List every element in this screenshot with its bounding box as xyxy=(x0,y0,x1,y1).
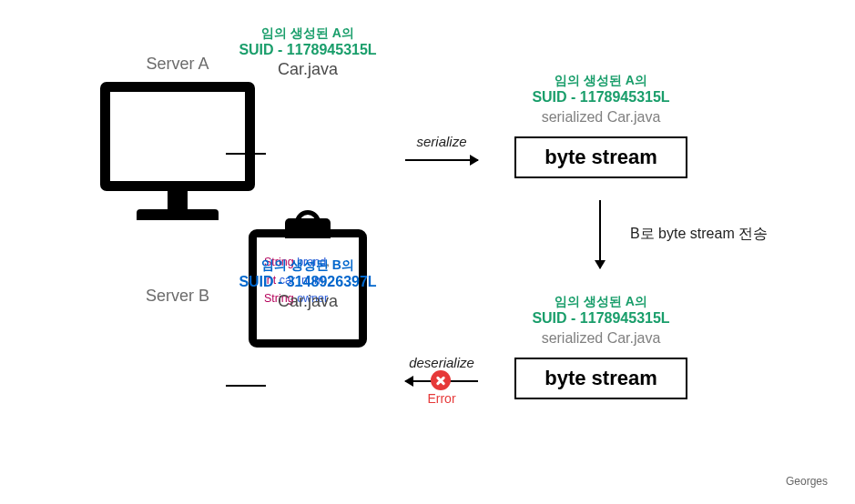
server-a-monitor xyxy=(100,82,255,220)
author-label: Georges xyxy=(786,475,828,488)
suid-stream-top: 임의 생성된 A의 SUID - 1178945315L xyxy=(514,73,687,106)
deserialize-label: deserialize xyxy=(401,355,483,370)
suid-b-line2: SUID - 3148926397L xyxy=(229,274,386,290)
error-icon xyxy=(431,370,451,390)
suid-a-block: 임의 생성된 A의 SUID - 1178945315L xyxy=(235,25,381,58)
arrow-serialize xyxy=(405,159,478,161)
clipboard-clip-icon xyxy=(285,218,331,238)
suid-a-line2: SUID - 1178945315L xyxy=(235,42,381,58)
suid-b-block: 임의 생성된 B의 SUID - 3148926397L xyxy=(229,257,386,290)
byte-stream-box-bottom: byte stream xyxy=(514,358,687,399)
car-java-label-a: Car.java xyxy=(235,60,381,79)
serialized-label-bottom: serialized Car.java xyxy=(514,330,687,347)
suid-stream-bottom-line2: SUID - 1178945315L xyxy=(514,310,687,327)
suid-stream-top-line2: SUID - 1178945315L xyxy=(514,89,687,106)
serialize-label: serialize xyxy=(401,134,483,149)
suid-a-line1: 임의 생성된 A의 xyxy=(235,25,381,42)
arrow-transfer xyxy=(599,200,601,268)
connector-line xyxy=(226,385,266,387)
byte-stream-box-top: byte stream xyxy=(514,136,687,178)
suid-stream-bottom: 임의 생성된 A의 SUID - 1178945315L xyxy=(514,294,687,327)
connector-line xyxy=(226,153,266,155)
suid-stream-bottom-line1: 임의 생성된 A의 xyxy=(514,294,687,310)
error-label: Error xyxy=(401,391,483,406)
serialized-label-top: serialized Car.java xyxy=(514,109,687,126)
transfer-label: B로 byte stream 전송 xyxy=(630,225,768,244)
suid-b-line1: 임의 생성된 B의 xyxy=(229,257,386,274)
car-java-label-b: Car.java xyxy=(235,292,381,311)
suid-stream-top-line1: 임의 생성된 A의 xyxy=(514,73,687,89)
server-a-label: Server A xyxy=(100,55,255,74)
